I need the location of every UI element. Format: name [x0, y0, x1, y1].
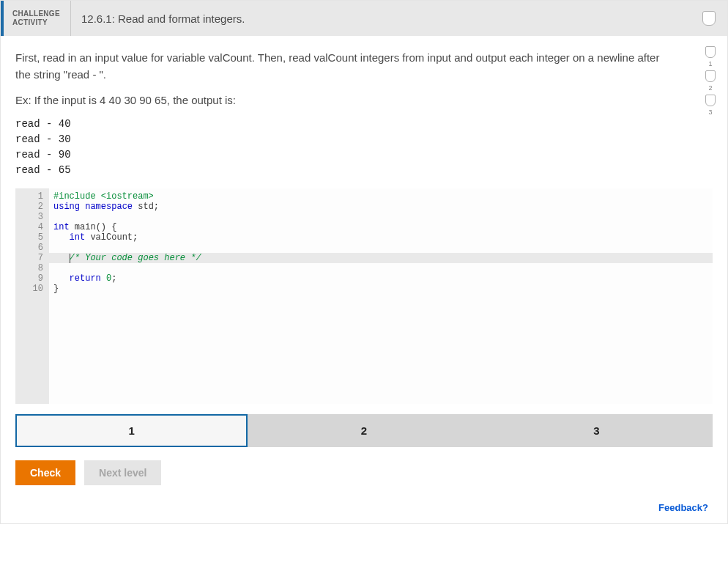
shield-number: 2: [708, 84, 712, 92]
shield-icon: [705, 70, 716, 82]
content-area: 1 2 3 First, read in an input value for …: [1, 36, 727, 523]
challenge-container: CHALLENGE ACTIVITY 12.6.1: Read and form…: [0, 0, 728, 524]
check-button[interactable]: Check: [15, 460, 75, 485]
example-label: Ex: If the input is 4 40 30 90 65, the o…: [15, 94, 713, 106]
line-gutter: 12345678910: [15, 188, 49, 404]
action-buttons: Check Next level: [15, 460, 713, 485]
tab-level-2[interactable]: 2: [248, 414, 480, 447]
shield-2: 2: [705, 70, 716, 92]
footer: Feedback?: [15, 501, 713, 513]
level-tabs: 1 2 3: [15, 414, 713, 447]
shield-number: 1: [708, 60, 712, 67]
instructions-text: First, read in an input value for variab…: [15, 49, 713, 84]
shield-icon: [702, 11, 716, 26]
shield-3: 3: [705, 95, 716, 116]
label-line1: CHALLENGE: [12, 10, 60, 18]
example-output: read - 40 read - 30 read - 90 read - 65: [15, 117, 713, 178]
activity-type-label: CHALLENGE ACTIVITY: [4, 1, 71, 36]
tab-level-3[interactable]: 3: [480, 414, 713, 447]
feedback-link[interactable]: Feedback?: [658, 502, 708, 513]
shield-icon: [705, 46, 716, 58]
progress-shields: 1 2 3: [705, 46, 716, 116]
header-bar: CHALLENGE ACTIVITY 12.6.1: Read and form…: [1, 1, 727, 36]
tab-level-1[interactable]: 1: [15, 414, 248, 447]
shield-1: 1: [705, 46, 716, 67]
label-line2: ACTIVITY: [12, 18, 60, 27]
code-body[interactable]: #include <iostream>using namespace std;i…: [49, 188, 713, 404]
shield-number: 3: [708, 108, 712, 116]
shield-icon: [705, 95, 716, 106]
code-editor[interactable]: 12345678910 #include <iostream>using nam…: [15, 188, 713, 404]
header-progress-shield: [702, 11, 727, 26]
activity-title: 12.6.1: Read and format integers.: [71, 12, 702, 25]
next-level-button: Next level: [84, 460, 161, 485]
